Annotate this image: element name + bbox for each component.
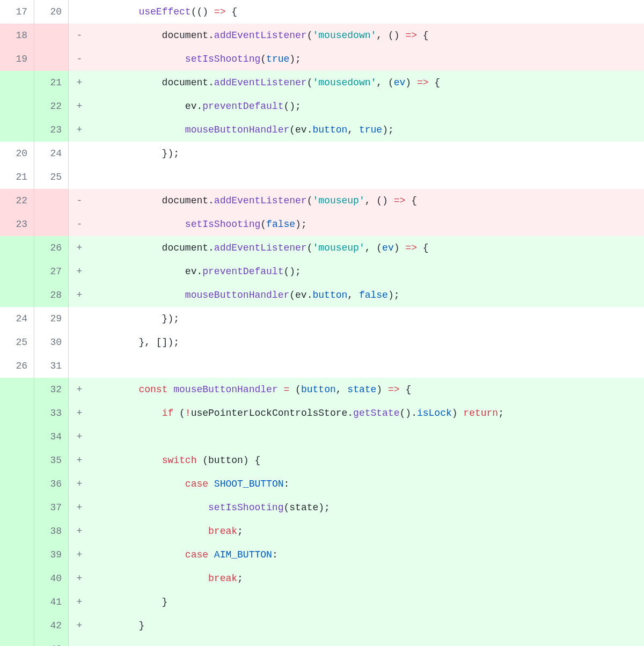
code-line[interactable]: document.addEventListener('mousedown', (… bbox=[90, 24, 644, 47]
diff-row[interactable]: 18- document.addEventListener('mousedown… bbox=[0, 24, 644, 47]
diff-row[interactable]: 23- setIsShooting(false); bbox=[0, 212, 644, 236]
code-line[interactable]: }); bbox=[90, 307, 644, 331]
code-token: : bbox=[272, 549, 278, 560]
code-token bbox=[92, 290, 185, 300]
diff-row[interactable]: 26+ document.addEventListener('mouseup',… bbox=[0, 236, 644, 260]
code-line[interactable]: case AIM_BUTTON: bbox=[90, 543, 644, 567]
code-line[interactable]: document.addEventListener('mousedown', (… bbox=[90, 71, 644, 94]
diff-row[interactable]: 22- document.addEventListener('mouseup',… bbox=[0, 189, 644, 212]
diff-row[interactable]: 37+ setIsShooting(state); bbox=[0, 496, 644, 519]
old-line-number: 19 bbox=[0, 47, 34, 71]
code-token: 'mousedown' bbox=[312, 77, 376, 88]
code-token: , bbox=[347, 290, 359, 300]
code-token: => bbox=[394, 195, 406, 206]
code-token: { bbox=[417, 30, 429, 41]
new-line-number: 31 bbox=[34, 354, 69, 378]
code-token bbox=[92, 549, 185, 560]
code-token: ) bbox=[452, 408, 464, 419]
code-line[interactable]: mouseButtonHandler(ev.button, false); bbox=[90, 283, 644, 307]
code-token: addEventListener bbox=[214, 243, 307, 253]
code-token: => bbox=[214, 6, 226, 17]
code-line[interactable]: } bbox=[90, 614, 644, 637]
code-line[interactable]: setIsShooting(state); bbox=[90, 496, 644, 519]
code-token: ); bbox=[289, 54, 301, 64]
code-line[interactable]: ev.preventDefault(); bbox=[90, 94, 644, 118]
code-line[interactable]: mouseButtonHandler(ev.button, true); bbox=[90, 118, 644, 142]
code-line[interactable] bbox=[90, 637, 644, 646]
code-token: const bbox=[138, 384, 167, 395]
old-line-number bbox=[0, 496, 34, 519]
diff-symbol: + bbox=[69, 94, 90, 118]
diff-row[interactable]: 27+ ev.preventDefault(); bbox=[0, 260, 644, 283]
diff-symbol: - bbox=[69, 212, 90, 236]
diff-row[interactable]: 2429 }); bbox=[0, 307, 644, 331]
code-line[interactable]: setIsShooting(false); bbox=[90, 212, 644, 236]
code-line[interactable]: switch (button) { bbox=[90, 449, 644, 472]
diff-row[interactable]: 28+ mouseButtonHandler(ev.button, false)… bbox=[0, 283, 644, 307]
diff-symbol: - bbox=[69, 24, 90, 47]
code-token: : bbox=[283, 479, 289, 489]
code-token: ev. bbox=[92, 101, 202, 112]
diff-row[interactable]: 2530 }, []); bbox=[0, 331, 644, 354]
code-line[interactable] bbox=[90, 354, 644, 378]
diff-row[interactable]: 1720 useEffect(() => { bbox=[0, 0, 644, 24]
code-line[interactable]: break; bbox=[90, 567, 644, 590]
diff-row[interactable]: 35+ switch (button) { bbox=[0, 449, 644, 472]
code-line[interactable]: }); bbox=[90, 142, 644, 165]
diff-row[interactable]: 41+ } bbox=[0, 590, 644, 614]
diff-row[interactable]: 34+ bbox=[0, 425, 644, 449]
diff-row[interactable]: 2125 bbox=[0, 165, 644, 189]
code-token: document. bbox=[92, 30, 214, 41]
code-token: setIsShooting bbox=[185, 219, 260, 230]
diff-row[interactable]: 40+ break; bbox=[0, 567, 644, 590]
code-line[interactable]: document.addEventListener('mouseup', () … bbox=[90, 189, 644, 212]
code-token: addEventListener bbox=[214, 30, 307, 41]
diff-row[interactable]: 22+ ev.preventDefault(); bbox=[0, 94, 644, 118]
code-line[interactable]: case SHOOT_BUTTON: bbox=[90, 472, 644, 496]
code-token: preventDefault bbox=[202, 266, 283, 277]
new-line-number: 38 bbox=[34, 519, 69, 543]
new-line-number: 24 bbox=[34, 142, 69, 165]
diff-row[interactable]: 38+ break; bbox=[0, 519, 644, 543]
diff-symbol: + bbox=[69, 118, 90, 142]
code-token: case bbox=[185, 549, 208, 560]
diff-row[interactable]: 42+ } bbox=[0, 614, 644, 637]
code-line[interactable]: } bbox=[90, 590, 644, 614]
diff-row[interactable]: 21+ document.addEventListener('mousedown… bbox=[0, 71, 644, 94]
code-line[interactable]: const mouseButtonHandler = (button, stat… bbox=[90, 378, 644, 401]
code-token: ev bbox=[382, 243, 394, 253]
diff-row[interactable]: 2024 }); bbox=[0, 142, 644, 165]
diff-row[interactable]: 33+ if (!usePointerLockControlsStore.get… bbox=[0, 401, 644, 425]
code-line[interactable]: }, []); bbox=[90, 331, 644, 354]
diff-row[interactable]: 43+ bbox=[0, 637, 644, 646]
diff-row[interactable]: 19- setIsShooting(true); bbox=[0, 47, 644, 71]
code-line[interactable]: document.addEventListener('mouseup', (ev… bbox=[90, 236, 644, 260]
diff-row[interactable]: 2631 bbox=[0, 354, 644, 378]
code-token: document. bbox=[92, 77, 214, 88]
code-line[interactable]: setIsShooting(true); bbox=[90, 47, 644, 71]
code-line[interactable] bbox=[90, 425, 644, 449]
code-token: switch bbox=[162, 455, 197, 466]
code-token: => bbox=[405, 243, 417, 253]
code-token bbox=[92, 573, 208, 584]
code-line[interactable] bbox=[90, 165, 644, 189]
diff-row[interactable]: 36+ case SHOOT_BUTTON: bbox=[0, 472, 644, 496]
diff-row[interactable]: 32+ const mouseButtonHandler = (button, … bbox=[0, 378, 644, 401]
code-token: ev. bbox=[92, 266, 202, 277]
diff-symbol: + bbox=[69, 614, 90, 637]
code-line[interactable]: useEffect(() => { bbox=[90, 0, 644, 24]
new-line-number: 26 bbox=[34, 236, 69, 260]
old-line-number bbox=[0, 94, 34, 118]
diff-row[interactable]: 39+ case AIM_BUTTON: bbox=[0, 543, 644, 567]
old-line-number bbox=[0, 543, 34, 567]
new-line-number: 25 bbox=[34, 165, 69, 189]
code-token bbox=[208, 479, 214, 489]
code-token: (ev. bbox=[289, 290, 312, 300]
diff-row[interactable]: 23+ mouseButtonHandler(ev.button, true); bbox=[0, 118, 644, 142]
code-line[interactable]: break; bbox=[90, 519, 644, 543]
diff-symbol: + bbox=[69, 496, 90, 519]
new-line-number bbox=[34, 189, 69, 212]
code-token: 'mouseup' bbox=[312, 243, 364, 253]
code-line[interactable]: if (!usePointerLockControlsStore.getStat… bbox=[90, 401, 644, 425]
code-line[interactable]: ev.preventDefault(); bbox=[90, 260, 644, 283]
